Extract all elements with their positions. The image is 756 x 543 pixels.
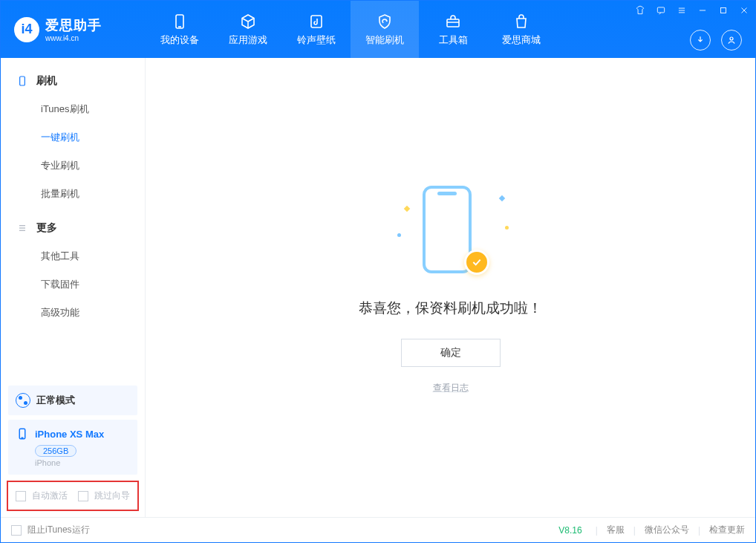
- checkbox-icon: [78, 491, 88, 501]
- ok-button[interactable]: 确定: [401, 339, 501, 367]
- nav-label: 应用游戏: [229, 33, 267, 47]
- sidebar-list-more: 其他工具 下载固件 高级功能: [1, 241, 145, 334]
- minimize-button[interactable]: [696, 4, 709, 17]
- header: i4 爱思助手 www.i4.cn 我的设备 应用游戏 铃声壁纸 智能刷机: [1, 1, 755, 58]
- mode-box[interactable]: 正常模式: [8, 386, 137, 415]
- body: 刷机 iTunes刷机 一键刷机 专业刷机 批量刷机 更多 其他工具 下载固件 …: [1, 58, 755, 517]
- separator: |: [596, 525, 598, 536]
- nav-label: 工具箱: [439, 33, 468, 47]
- svg-rect-3: [447, 19, 459, 27]
- separator: |: [633, 525, 636, 536]
- nav-label: 爱思商城: [502, 33, 541, 47]
- mode-label: 正常模式: [36, 394, 75, 407]
- toolbox-icon: [444, 13, 462, 30]
- sparkle-icon: [498, 195, 504, 201]
- nav-label: 智能刷机: [365, 33, 404, 47]
- window-controls: [633, 4, 751, 17]
- mode-icon: [16, 393, 30, 408]
- maximize-button[interactable]: [717, 4, 730, 17]
- nav-store[interactable]: 爱思商城: [487, 1, 555, 58]
- shopping-bag-icon: [512, 13, 530, 30]
- main-content: 恭喜您，保资料刷机成功啦！ 确定 查看日志: [146, 58, 755, 517]
- skin-icon[interactable]: [633, 4, 647, 17]
- status-right: V8.16 | 客服 | 微信公众号 | 检查更新: [558, 524, 745, 536]
- dot-icon: [397, 233, 401, 237]
- menu-icon[interactable]: [675, 4, 688, 17]
- svg-rect-4: [657, 7, 664, 13]
- checkbox-auto-activate[interactable]: 自动激活: [16, 490, 68, 502]
- section-title: 刷机: [36, 74, 57, 88]
- nav-my-device[interactable]: 我的设备: [146, 1, 214, 58]
- separator: |: [698, 525, 700, 536]
- sidebar-item-itunes-flash[interactable]: iTunes刷机: [1, 95, 145, 123]
- app-window: i4 爱思助手 www.i4.cn 我的设备 应用游戏 铃声壁纸 智能刷机: [0, 0, 756, 543]
- status-bar: 阻止iTunes运行 V8.16 | 客服 | 微信公众号 | 检查更新: [1, 517, 755, 542]
- device-phone-icon: [16, 427, 29, 440]
- sidebar-main: 刷机 iTunes刷机 一键刷机 专业刷机 批量刷机 更多 其他工具 下载固件 …: [1, 58, 145, 381]
- status-left: 阻止iTunes运行: [11, 524, 90, 536]
- app-title: 爱思助手: [45, 16, 102, 34]
- sidebar: 刷机 iTunes刷机 一键刷机 专业刷机 批量刷机 更多 其他工具 下载固件 …: [1, 58, 146, 517]
- section-title: 更多: [36, 221, 57, 235]
- device-icon: [171, 13, 189, 30]
- sidebar-item-other-tools[interactable]: 其他工具: [1, 242, 145, 270]
- user-button[interactable]: [721, 30, 742, 51]
- nav-ringtone-wallpaper[interactable]: 铃声壁纸: [282, 1, 351, 58]
- app-subtitle: www.i4.cn: [45, 34, 102, 42]
- success-illustration: [391, 181, 510, 278]
- version-label: V8.16: [558, 525, 581, 536]
- svg-rect-9: [721, 8, 726, 13]
- status-link-wechat[interactable]: 微信公众号: [645, 524, 689, 536]
- device-capacity: 256GB: [35, 445, 76, 457]
- status-link-support[interactable]: 客服: [607, 524, 625, 536]
- cube-icon: [239, 13, 257, 30]
- dot-icon: [505, 226, 509, 230]
- checkbox-block-itunes[interactable]: 阻止iTunes运行: [11, 524, 90, 536]
- sidebar-section-flash[interactable]: 刷机: [1, 68, 145, 94]
- sidebar-item-pro-flash[interactable]: 专业刷机: [1, 152, 145, 180]
- svg-rect-2: [311, 16, 322, 27]
- success-message: 恭喜您，保资料刷机成功啦！: [359, 299, 542, 318]
- app-logo-icon: i4: [14, 17, 39, 42]
- list-icon: [16, 221, 29, 235]
- sidebar-item-batch-flash[interactable]: 批量刷机: [1, 180, 145, 208]
- checkbox-label: 跳过向导: [94, 490, 130, 502]
- checkbox-icon: [11, 525, 22, 536]
- checkbox-label: 阻止iTunes运行: [27, 524, 90, 536]
- phone-outline-icon: [16, 74, 29, 88]
- sidebar-item-download-firmware[interactable]: 下载固件: [1, 270, 145, 299]
- highlighted-options: 自动激活 跳过向导: [7, 481, 139, 511]
- view-log-link[interactable]: 查看日志: [433, 382, 469, 394]
- device-type: iPhone: [35, 458, 130, 467]
- nav-apps-games[interactable]: 应用游戏: [214, 1, 282, 58]
- sidebar-list-flash: iTunes刷机 一键刷机 专业刷机 批量刷机: [1, 94, 145, 215]
- logo-area[interactable]: i4 爱思助手 www.i4.cn: [1, 16, 146, 42]
- top-nav: 我的设备 应用游戏 铃声壁纸 智能刷机 工具箱 爱思商城: [146, 1, 555, 58]
- checkbox-icon: [16, 491, 26, 501]
- header-right-actions: [690, 30, 742, 51]
- nav-label: 我的设备: [160, 33, 199, 47]
- svg-rect-13: [20, 77, 25, 85]
- music-note-icon: [307, 13, 325, 30]
- logo-text: 爱思助手 www.i4.cn: [45, 16, 102, 42]
- checkmark-badge-icon: [464, 250, 489, 275]
- sidebar-bottom: 正常模式 iPhone XS Max 256GB iPhone 自动激活: [1, 381, 145, 517]
- sidebar-item-advanced[interactable]: 高级功能: [1, 299, 145, 327]
- sparkle-icon: [403, 205, 409, 211]
- nav-toolbox[interactable]: 工具箱: [419, 1, 487, 58]
- shield-refresh-icon: [376, 13, 394, 30]
- close-button[interactable]: [737, 4, 751, 17]
- checkbox-label: 自动激活: [32, 490, 68, 502]
- sidebar-item-oneclick-flash[interactable]: 一键刷机: [1, 123, 145, 152]
- sidebar-section-more[interactable]: 更多: [1, 215, 145, 241]
- status-link-update[interactable]: 检查更新: [709, 524, 745, 536]
- nav-label: 铃声壁纸: [297, 33, 336, 47]
- checkbox-skip-guide[interactable]: 跳过向导: [78, 490, 130, 502]
- device-box[interactable]: iPhone XS Max 256GB iPhone: [8, 420, 137, 475]
- nav-smart-flash[interactable]: 智能刷机: [351, 1, 419, 58]
- device-name: iPhone XS Max: [35, 429, 104, 440]
- svg-point-12: [730, 37, 733, 40]
- feedback-icon[interactable]: [654, 4, 668, 17]
- download-button[interactable]: [690, 30, 711, 51]
